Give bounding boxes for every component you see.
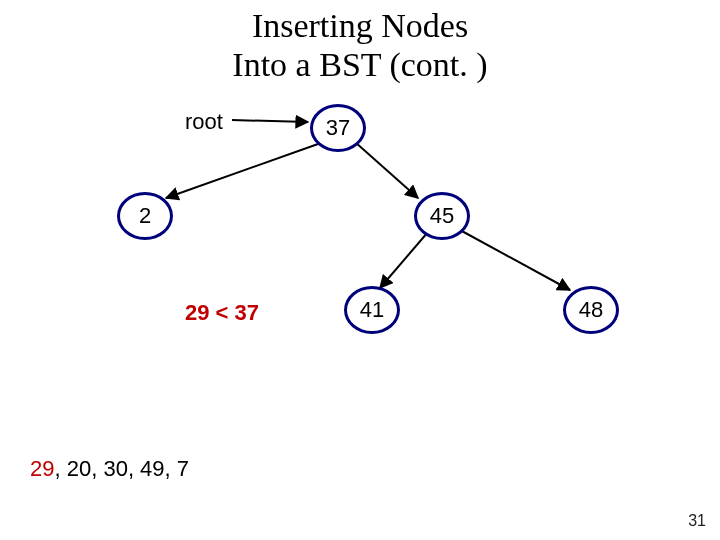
tree-node-37: 37 <box>310 104 366 152</box>
edge-45-to-41 <box>380 232 428 288</box>
slide: Inserting Nodes Into a BST (cont. ) root… <box>0 0 720 540</box>
node-value: 41 <box>360 297 384 323</box>
page-number: 31 <box>688 512 706 530</box>
title-line-1: Inserting Nodes <box>252 7 468 44</box>
edge-37-to-45 <box>355 142 418 198</box>
queue-rest: , 20, 30, 49, 7 <box>54 456 189 481</box>
node-value: 45 <box>430 203 454 229</box>
insertion-queue: 29, 20, 30, 49, 7 <box>30 456 189 482</box>
tree-node-41: 41 <box>344 286 400 334</box>
node-value: 2 <box>139 203 151 229</box>
comparison-text: 29 < 37 <box>185 300 259 326</box>
queue-current: 29 <box>30 456 54 481</box>
tree-node-45: 45 <box>414 192 470 240</box>
edge-root-to-37 <box>232 120 308 122</box>
node-value: 37 <box>326 115 350 141</box>
edge-45-to-48 <box>460 230 570 290</box>
node-value: 48 <box>579 297 603 323</box>
edge-37-to-2 <box>166 144 318 198</box>
tree-node-2: 2 <box>117 192 173 240</box>
slide-title: Inserting Nodes Into a BST (cont. ) <box>0 6 720 84</box>
root-label: root <box>185 109 223 135</box>
tree-node-48: 48 <box>563 286 619 334</box>
title-line-2: Into a BST (cont. ) <box>232 46 487 83</box>
